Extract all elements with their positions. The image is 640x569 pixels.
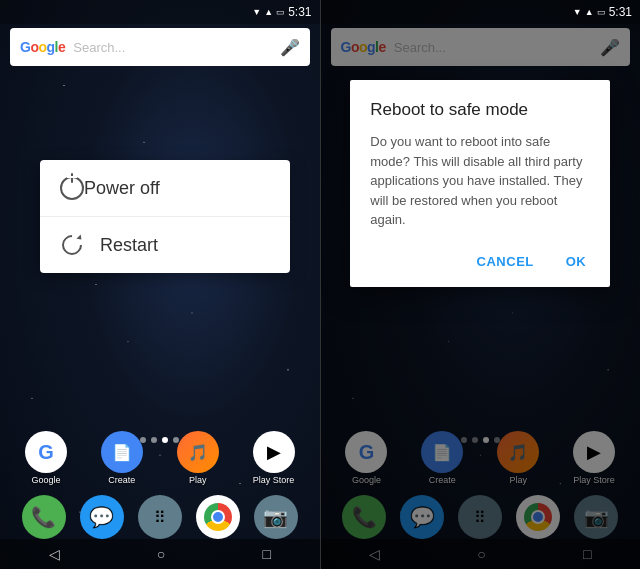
power-menu: Power off Restart xyxy=(40,160,290,273)
signal-icon-left: ▼ xyxy=(252,7,261,17)
ok-button[interactable]: OK xyxy=(554,246,599,277)
status-bar-left: ▼ ▲ ▭ 5:31 xyxy=(0,0,320,24)
battery-icon-left: ▭ xyxy=(276,7,285,17)
wifi-icon-left: ▲ xyxy=(264,7,273,17)
nav-bar-left: ◁ ○ □ xyxy=(0,539,320,569)
dialog-title: Reboot to safe mode xyxy=(370,100,590,120)
dock-left: 📞 💬 ⠿ 📷 xyxy=(0,495,320,539)
dot-2-left xyxy=(151,437,157,443)
phone-dock-left[interactable]: 📞 xyxy=(22,495,66,539)
wifi-icon-right: ▲ xyxy=(585,7,594,17)
google-label-left: Google xyxy=(31,475,60,485)
play-label-left: Play xyxy=(189,475,207,485)
dot-3-left xyxy=(162,437,168,443)
status-right-right-icons: ▼ ▲ ▭ 5:31 xyxy=(573,5,632,19)
dialog-buttons: CANCEL OK xyxy=(350,242,610,287)
restart-item[interactable]: Restart xyxy=(40,217,290,273)
status-bar-right: ▼ ▲ ▭ 5:31 xyxy=(321,0,641,24)
messages-dock-left[interactable]: 💬 xyxy=(80,495,124,539)
page-dots-left xyxy=(0,437,320,443)
dialog-overlay: Reboot to safe mode Do you want to reboo… xyxy=(321,0,641,569)
camera-dock-left[interactable]: 📷 xyxy=(254,495,298,539)
mic-icon-left[interactable]: 🎤 xyxy=(280,38,300,57)
right-screen: ▼ ▲ ▭ 5:31 Google Search... 🎤 Reboot to … xyxy=(321,0,641,569)
status-right-icons: ▼ ▲ ▭ 5:31 xyxy=(252,5,311,19)
power-off-item[interactable]: Power off xyxy=(40,160,290,217)
power-off-label: Power off xyxy=(84,178,160,199)
cancel-button[interactable]: CANCEL xyxy=(465,246,546,277)
back-btn-left[interactable]: ◁ xyxy=(49,546,60,562)
time-right: 5:31 xyxy=(609,5,632,19)
search-bar-left[interactable]: Google Search... 🎤 xyxy=(10,28,310,66)
home-btn-left[interactable]: ○ xyxy=(157,546,165,562)
playstore-label-left: Play Store xyxy=(253,475,295,485)
google-logo-left: Google xyxy=(20,39,65,55)
dialog-content: Reboot to safe mode Do you want to reboo… xyxy=(350,80,610,242)
dot-4-left xyxy=(173,437,179,443)
apps-dock-left[interactable]: ⠿ xyxy=(138,495,182,539)
create-label-left: Create xyxy=(108,475,135,485)
left-screen: ▼ ▲ ▭ 5:31 Google Search... 🎤 Power off … xyxy=(0,0,320,569)
search-placeholder-left: Search... xyxy=(73,40,279,55)
restart-icon xyxy=(60,233,84,257)
time-left: 5:31 xyxy=(288,5,311,19)
power-off-icon xyxy=(60,176,84,200)
safe-mode-dialog: Reboot to safe mode Do you want to reboo… xyxy=(350,80,610,287)
battery-icon-right: ▭ xyxy=(597,7,606,17)
chrome-dock-left[interactable] xyxy=(196,495,240,539)
recents-btn-left[interactable]: □ xyxy=(262,546,270,562)
restart-label: Restart xyxy=(100,235,158,256)
dialog-message: Do you want to reboot into safe mode? Th… xyxy=(370,132,590,230)
dot-1-left xyxy=(140,437,146,443)
signal-icon-right: ▼ xyxy=(573,7,582,17)
